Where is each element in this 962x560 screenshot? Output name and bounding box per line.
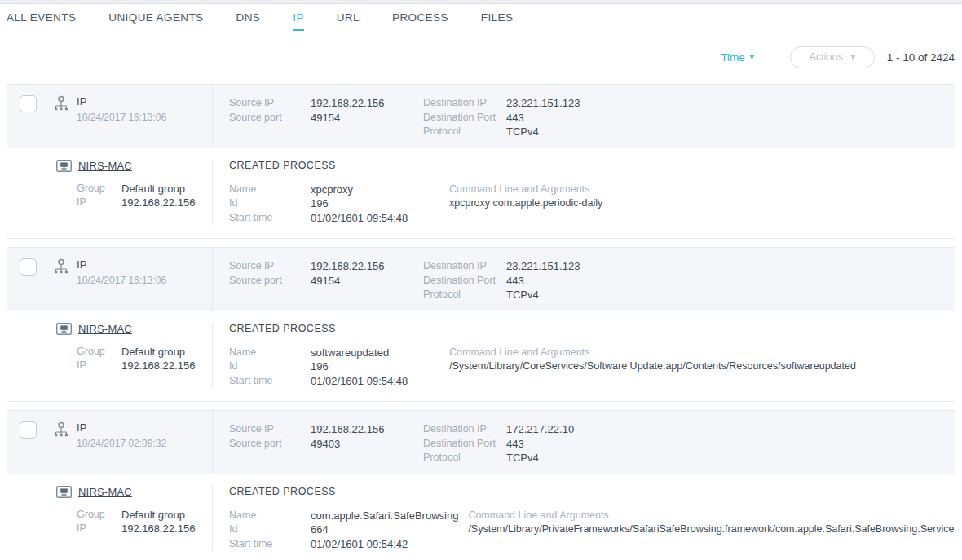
process-name-label: Name <box>229 346 311 360</box>
event-body: NIRS-MAC Group Default group IP 192.168.… <box>7 148 955 239</box>
event-card: IP 10/24/2017 16:13:06 Source IP 192.168… <box>7 247 955 402</box>
process-start-value: 01/02/1601 09:54:48 <box>311 374 449 389</box>
destination-port-label: Destination Port <box>423 274 506 289</box>
protocol-value: TCPv4 <box>506 451 539 465</box>
sort-dropdown-label: Time <box>721 51 745 64</box>
group-label: Group <box>77 182 121 196</box>
group-label: Group <box>77 345 121 359</box>
destination-ip-value: 23.221.151.123 <box>506 259 580 274</box>
tab-unique-agents[interactable]: UNIQUE AGENTS <box>108 11 203 31</box>
process-start-label: Start time <box>229 374 311 389</box>
network-ip-icon <box>53 258 69 280</box>
process-id-label: Id <box>229 196 311 211</box>
event-header-left: IP 10/24/2017 02:09:32 <box>7 411 213 474</box>
chevron-down-icon: ▾ <box>750 53 754 61</box>
agent-fields: Group Default group IP 192.168.22.156 <box>56 508 212 536</box>
command-line-block: Command Line and Arguments /System/Libra… <box>468 509 955 552</box>
event-checkbox[interactable] <box>20 95 37 112</box>
tab-ip[interactable]: IP <box>293 11 304 31</box>
tab-dns[interactable]: DNS <box>236 11 261 31</box>
agent-name-link[interactable]: NIRS-MAC <box>78 486 132 498</box>
source-port-value: 49154 <box>311 274 423 289</box>
destination-port-value: 443 <box>506 274 524 289</box>
tab-process[interactable]: PROCESS <box>392 11 448 31</box>
monitor-icon <box>56 323 72 335</box>
event-type: IP <box>77 95 166 108</box>
process-start-label: Start time <box>229 537 311 552</box>
command-line-label: Command Line and Arguments <box>449 346 955 360</box>
process-start-value: 01/02/1601 09:54:42 <box>311 537 449 552</box>
event-timestamp: 10/24/2017 16:13:06 <box>77 275 166 286</box>
command-line-label: Command Line and Arguments <box>468 509 955 523</box>
created-process-title: CREATED PROCESS <box>229 160 955 171</box>
protocol-value: TCPv4 <box>506 288 539 302</box>
process-fields: Name softwareupdated Id 196 Start time 0… <box>229 346 449 389</box>
process-id-label: Id <box>229 523 311 537</box>
event-connection-fields: Source IP 192.168.22.156 Source port 494… <box>213 411 574 474</box>
event-timestamp: 10/24/2017 16:13:06 <box>77 112 166 123</box>
event-header-left: IP 10/24/2017 16:13:06 <box>7 85 213 148</box>
source-fields: Source IP 192.168.22.156 Source port 491… <box>229 96 423 139</box>
process-id-value: 196 <box>311 359 449 374</box>
event-body: NIRS-MAC Group Default group IP 192.168.… <box>7 311 955 402</box>
tab-bar: ALL EVENTS UNIQUE AGENTS DNS IP URL PROC… <box>0 4 962 31</box>
sort-dropdown[interactable]: Time ▾ <box>721 51 754 64</box>
process-block: CREATED PROCESS Name com.apple.Safari.Sa… <box>213 486 955 552</box>
process-name-value: com.apple.Safari.SafeBrowsing <box>311 509 468 523</box>
source-ip-value: 192.168.22.156 <box>311 422 423 437</box>
actions-button-label: Actions <box>810 51 843 63</box>
agent-block: NIRS-MAC Group Default group IP 192.168.… <box>7 486 213 552</box>
group-label: Group <box>77 508 121 523</box>
process-name-value: softwareupdated <box>311 346 449 360</box>
ip-value: 192.168.22.156 <box>121 196 195 210</box>
source-ip-label: Source IP <box>229 259 311 274</box>
monitor-icon <box>56 486 72 498</box>
process-start-label: Start time <box>229 211 311 226</box>
source-port-label: Source port <box>229 437 311 452</box>
destination-fields: Destination IP 23.221.151.123 Destinatio… <box>423 259 580 302</box>
process-id-value: 196 <box>311 196 449 211</box>
agent-name-link[interactable]: NIRS-MAC <box>78 323 132 335</box>
event-checkbox[interactable] <box>20 258 37 276</box>
agent-name-link[interactable]: NIRS-MAC <box>78 160 132 172</box>
source-ip-value: 192.168.22.156 <box>311 259 423 274</box>
tab-all-events[interactable]: ALL EVENTS <box>7 11 76 31</box>
group-value: Default group <box>121 345 185 359</box>
destination-port-label: Destination Port <box>423 111 506 126</box>
process-start-value: 01/02/1601 09:54:48 <box>311 211 449 226</box>
source-port-label: Source port <box>229 111 311 126</box>
tab-url[interactable]: URL <box>337 11 360 31</box>
event-header: IP 10/24/2017 16:13:06 Source IP 192.168… <box>7 248 955 311</box>
destination-ip-label: Destination IP <box>423 259 506 274</box>
event-connection-fields: Source IP 192.168.22.156 Source port 491… <box>213 248 580 311</box>
event-type: IP <box>77 421 166 434</box>
event-checkbox[interactable] <box>20 421 37 439</box>
destination-ip-value: 23.221.151.123 <box>506 96 580 111</box>
source-fields: Source IP 192.168.22.156 Source port 494… <box>229 422 423 465</box>
created-process-title: CREATED PROCESS <box>229 323 955 334</box>
actions-button[interactable]: Actions ▾ <box>790 46 875 68</box>
command-line-label: Command Line and Arguments <box>449 183 955 197</box>
command-line-value: xpcproxy com.apple.periodic-daily <box>449 196 955 211</box>
destination-port-value: 443 <box>506 111 524 126</box>
ip-label: IP <box>77 196 121 210</box>
destination-ip-label: Destination IP <box>423 422 506 437</box>
event-list: IP 10/24/2017 16:13:06 Source IP 192.168… <box>0 84 962 560</box>
event-connection-fields: Source IP 192.168.22.156 Source port 491… <box>213 85 580 148</box>
process-fields: Name xpcproxy Id 196 Start time 01/02/16… <box>229 183 449 226</box>
created-process-title: CREATED PROCESS <box>229 486 955 497</box>
process-block: CREATED PROCESS Name softwareupdated Id … <box>213 323 955 389</box>
toolbar: Time ▾ Actions ▾ 1 - 10 of 2424 <box>0 45 962 69</box>
ip-value: 192.168.22.156 <box>121 359 195 373</box>
destination-port-value: 443 <box>506 437 524 452</box>
destination-ip-label: Destination IP <box>423 96 506 111</box>
network-ip-icon <box>53 95 69 117</box>
agent-fields: Group Default group IP 192.168.22.156 <box>56 345 212 373</box>
process-name-label: Name <box>229 509 311 523</box>
group-value: Default group <box>121 508 185 523</box>
source-ip-label: Source IP <box>229 96 311 111</box>
tab-files[interactable]: FILES <box>481 11 514 31</box>
command-line-value: /System/Library/PrivateFrameworks/Safari… <box>468 523 955 537</box>
process-id-value: 664 <box>311 523 449 537</box>
group-value: Default group <box>121 182 185 196</box>
